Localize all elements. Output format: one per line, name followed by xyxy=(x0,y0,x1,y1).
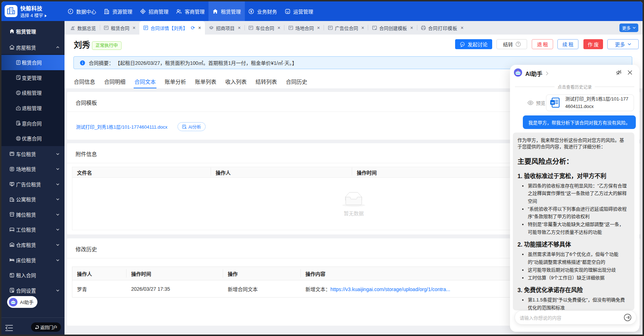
svg-text:w: w xyxy=(551,100,554,104)
